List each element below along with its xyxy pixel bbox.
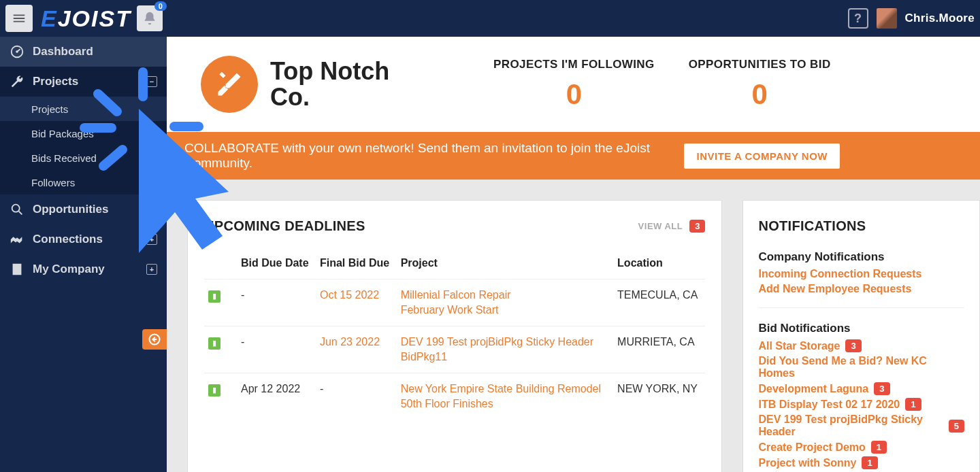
- notification-link[interactable]: Create Project Demo1: [758, 441, 964, 454]
- stat-following-label: PROJECTS I'M FOLLOWING: [493, 58, 655, 71]
- col-final-due: Final Bid Due: [316, 250, 397, 280]
- invite-company-button[interactable]: INVITE A COMPANY NOW: [684, 144, 840, 169]
- notification-link[interactable]: Did You Send Me a Bid? New KC Homes: [758, 355, 964, 380]
- sidebar-sub-followers[interactable]: Followers: [0, 170, 167, 195]
- collapse-icon: −: [146, 76, 157, 87]
- notification-link[interactable]: All Star Storage3: [758, 339, 964, 352]
- sidebar-item-connections[interactable]: Connections +: [0, 224, 167, 254]
- sidebar-opportunities-label: Opportunities: [33, 203, 108, 216]
- wrench-icon: [10, 74, 24, 89]
- dashboard-icon: [10, 44, 24, 59]
- sidebar-projects-label: Projects: [33, 75, 78, 88]
- building-icon: [10, 262, 24, 277]
- sidebar-collapse-button[interactable]: [142, 329, 167, 350]
- deadlines-header: UPCOMING DEADLINES VIEW ALL 3: [204, 218, 705, 234]
- deadlines-table: Bid Due Date Final Bid Due Project Locat…: [204, 250, 705, 420]
- sub-followers-label: Followers: [31, 177, 75, 188]
- arrow-left-icon: [148, 333, 161, 346]
- user-avatar[interactable]: [877, 8, 897, 29]
- cell-project[interactable]: DEV 199 Test projBidPkg Sticky HeaderBid…: [397, 326, 613, 373]
- sidebar-connections-label: Connections: [33, 233, 103, 246]
- username-label[interactable]: Chris.Moore: [905, 12, 975, 25]
- building-small-icon: ▮: [208, 290, 220, 303]
- sidebar-sub-bids-received[interactable]: Bids Received: [0, 146, 167, 170]
- invite-banner: COLLABORATE with your own network! Send …: [167, 132, 980, 180]
- svg-point-1: [16, 50, 18, 53]
- notifications-header: NOTIFICATIONS: [758, 218, 964, 234]
- notification-link[interactable]: Development Laguna3: [758, 382, 964, 395]
- sidebar-mycompany-label: My Company: [33, 263, 105, 276]
- sidebar: Dashboard Projects − Projects Bid Packag…: [0, 37, 167, 472]
- logo-text: JOIST: [58, 5, 131, 32]
- col-location: Location: [613, 250, 705, 280]
- notification-link[interactable]: Incoming Connection Requests: [758, 268, 964, 280]
- sidebar-dashboard-label: Dashboard: [33, 45, 93, 58]
- building-small-icon: ▮: [208, 337, 220, 350]
- bid-notif-heading: Bid Notifications: [758, 322, 964, 335]
- bid-notifications-section: Bid Notifications All Star Storage3Did Y…: [758, 322, 964, 472]
- company-notifications-section: Company Notifications Incoming Connectio…: [758, 250, 964, 308]
- cell-location: MURRIETA, CA: [613, 326, 705, 373]
- notifications-bell-button[interactable]: 0: [137, 5, 163, 31]
- sidebar-item-my-company[interactable]: My Company +: [0, 254, 167, 284]
- notification-link[interactable]: Add New Employee Requests: [758, 283, 964, 295]
- company-notif-heading: Company Notifications: [758, 250, 964, 264]
- logo-e: E: [41, 5, 58, 32]
- main-area: Top Notch Co. PROJECTS I'M FOLLOWING 0 O…: [167, 37, 980, 472]
- help-button[interactable]: ?: [848, 8, 868, 29]
- cell-location: NEW YORK, NY: [613, 373, 705, 420]
- notif-count-badge: 5: [949, 420, 964, 433]
- upcoming-deadlines-card: UPCOMING DEADLINES VIEW ALL 3 Bid Due Da…: [187, 200, 722, 472]
- sidebar-item-projects[interactable]: Projects −: [0, 67, 167, 97]
- bell-count-badge: 0: [154, 1, 167, 11]
- notification-link[interactable]: Project with Sonny1: [758, 456, 964, 469]
- cell-final-due: Jun 23 2022: [316, 326, 397, 373]
- stat-following-value: 0: [493, 78, 655, 111]
- view-all-link[interactable]: VIEW ALL: [638, 221, 683, 231]
- cell-final-due: -: [316, 373, 397, 420]
- notification-link[interactable]: DEV 199 Test projBidPkg Sticky Header5: [758, 414, 964, 438]
- topbar: EJOIST 0 ? Chris.Moore: [0, 0, 980, 37]
- sub-bidsreceived-label: Bids Received: [31, 152, 97, 164]
- company-name: Top Notch Co.: [270, 58, 420, 110]
- search-icon: [10, 202, 24, 217]
- table-row[interactable]: ▮Apr 12 2022-New York Empire State Build…: [204, 373, 705, 420]
- table-row[interactable]: ▮-Oct 15 2022Millenial Falcon RepairFebr…: [204, 280, 705, 326]
- notif-count-badge: 3: [845, 339, 861, 352]
- sidebar-item-opportunities[interactable]: Opportunities: [0, 195, 167, 224]
- col-project: Project: [397, 250, 613, 280]
- company-block: Top Notch Co.: [201, 56, 459, 113]
- cell-project[interactable]: New York Empire State Building Remodel50…: [397, 373, 613, 420]
- sub-projects-label: Projects: [31, 103, 68, 115]
- stat-opps-value: 0: [689, 78, 831, 111]
- sidebar-projects-submenu: Projects Bid Packages Bids Received Foll…: [0, 97, 167, 195]
- notifications-title: NOTIFICATIONS: [758, 218, 866, 234]
- notification-link[interactable]: ITB Display Test 02 17 20201: [758, 398, 964, 411]
- deadlines-count-badge: 3: [689, 220, 705, 233]
- company-avatar: [201, 56, 258, 113]
- hamburger-icon: [12, 11, 27, 26]
- sidebar-item-dashboard[interactable]: Dashboard: [0, 37, 167, 67]
- cell-bid-due: -: [237, 280, 316, 326]
- cell-project[interactable]: Millenial Falcon RepairFebruary Work Sta…: [397, 280, 613, 326]
- cell-final-due: Oct 15 2022: [316, 280, 397, 326]
- table-row[interactable]: ▮-Jun 23 2022DEV 199 Test projBidPkg Sti…: [204, 326, 705, 373]
- sub-bidpackages-label: Bid Packages: [31, 128, 94, 139]
- building-small-icon: ▮: [208, 384, 220, 397]
- sidebar-sub-bid-packages[interactable]: Bid Packages: [0, 121, 167, 146]
- page-header: Top Notch Co. PROJECTS I'M FOLLOWING 0 O…: [167, 37, 980, 132]
- expand-icon: +: [146, 234, 157, 245]
- deadlines-title: UPCOMING DEADLINES: [204, 218, 365, 234]
- cell-location: TEMECULA, CA: [613, 280, 705, 326]
- banner-message: COLLABORATE with your own network! Send …: [184, 141, 657, 171]
- bell-icon: [142, 11, 157, 26]
- notifications-card: NOTIFICATIONS Company Notifications Inco…: [742, 200, 980, 472]
- expand-icon: +: [146, 264, 157, 275]
- notif-count-badge: 3: [874, 382, 889, 395]
- app-logo: EJOIST: [41, 5, 131, 32]
- stat-opps-label: OPPORTUNITIES TO BID: [689, 58, 831, 71]
- menu-toggle-button[interactable]: [5, 5, 33, 32]
- col-bid-due: Bid Due Date: [237, 250, 316, 280]
- sidebar-sub-projects[interactable]: Projects: [0, 97, 167, 121]
- notif-count-badge: 1: [905, 398, 921, 411]
